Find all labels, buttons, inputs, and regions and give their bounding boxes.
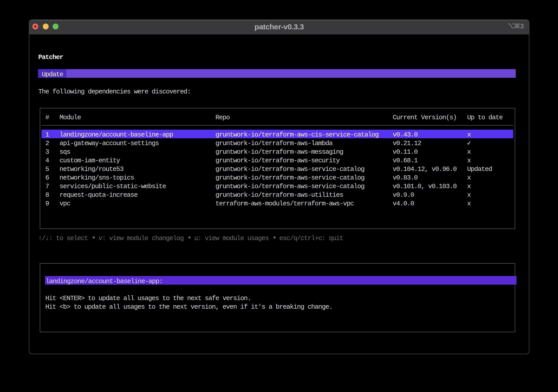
svg-text:3: 3 xyxy=(520,23,524,29)
